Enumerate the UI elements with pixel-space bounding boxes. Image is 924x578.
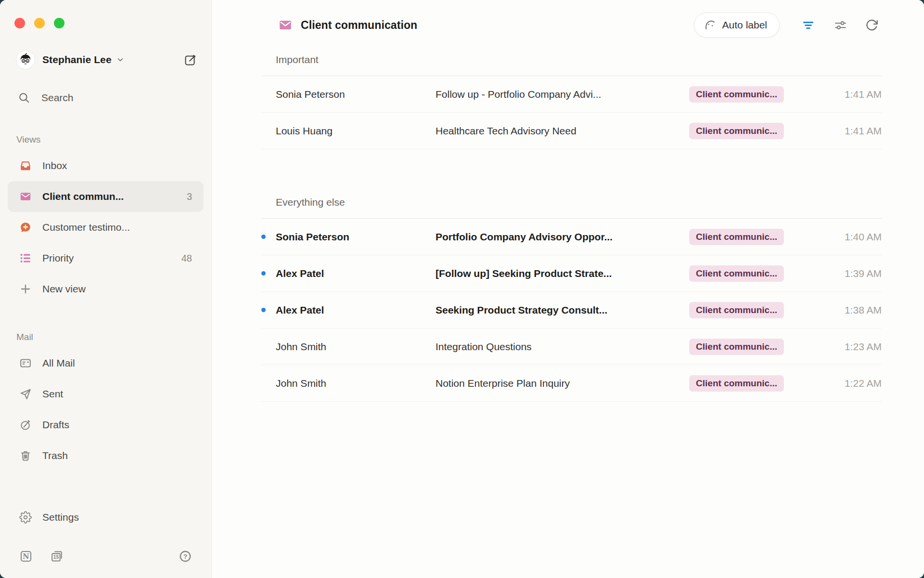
email-label-pill[interactable]: Client communic... (689, 375, 784, 392)
search-icon (18, 92, 30, 104)
sidebar-item-label: All Mail (42, 357, 75, 369)
settings-label: Settings (42, 512, 79, 523)
email-row[interactable]: John Smith Integration Questions Client … (261, 328, 882, 365)
maximize-window-button[interactable] (54, 18, 64, 28)
email-sender: Louis Huang (276, 125, 436, 137)
gear-icon (19, 511, 32, 524)
email-sender: Alex Patel (276, 304, 436, 316)
sidebar-item-label: New view (42, 283, 86, 295)
inbox-icon (19, 159, 32, 172)
header-actions: Auto label (694, 13, 878, 38)
sidebar-nav: Views Inbox Client commun... 3 (8, 129, 204, 471)
auto-label-text: Auto label (722, 19, 767, 31)
refresh-icon[interactable] (865, 19, 878, 32)
email-subject: Healthcare Tech Advisory Need (436, 125, 689, 137)
email-sender: John Smith (276, 378, 436, 389)
app-window: Stephanie Lee Search Views (0, 0, 924, 578)
svg-text:N: N (23, 552, 29, 560)
chevron-down-icon[interactable] (116, 55, 125, 64)
sidebar-item-sent[interactable]: Sent (8, 379, 204, 409)
unread-dot (261, 308, 266, 312)
main-header: Client communication Auto label (212, 0, 924, 50)
email-subject: [Follow up] Seeking Product Strate... (436, 268, 689, 279)
email-label-pill[interactable]: Client communic... (689, 339, 784, 355)
email-label-pill[interactable]: Client communic... (689, 86, 784, 103)
email-label-pill[interactable]: Client communic... (689, 265, 784, 282)
profile-row: Stephanie Lee (16, 48, 197, 71)
email-subject: Follow up - Portfolio Company Advi... (436, 89, 689, 100)
sidebar-item-count: 48 (181, 253, 192, 264)
email-row[interactable]: Alex Patel [Follow up] Seeking Product S… (261, 255, 882, 292)
auto-label-button[interactable]: Auto label (694, 13, 780, 38)
email-sender: Alex Patel (276, 268, 436, 279)
sidebar-item-trash[interactable]: Trash (8, 440, 204, 471)
email-sender: Sonia Peterson (276, 231, 436, 243)
sidebar-item-label: Customer testimo... (42, 222, 130, 233)
search-button[interactable]: Search (18, 87, 74, 109)
email-label-pill[interactable]: Client communic... (689, 229, 784, 245)
help-icon[interactable]: ? (179, 550, 192, 563)
section-important: Important Sonia Peterson Follow up - Por… (261, 50, 882, 149)
sidebar-item-settings[interactable]: Settings (8, 502, 204, 533)
main-panel: Client communication Auto label (212, 0, 924, 578)
email-time: 1:22 AM (784, 378, 882, 389)
sidebar-item-all-mail[interactable]: All Mail (8, 348, 204, 379)
sidebar-item-label: Inbox (42, 160, 67, 171)
email-label-pill[interactable]: Client communic... (689, 302, 784, 318)
email-subject: Integration Questions (436, 341, 689, 353)
page-title: Client communication (301, 19, 417, 32)
sidebar-item-drafts[interactable]: Drafts (8, 409, 204, 440)
sliders-icon[interactable] (834, 19, 847, 32)
section-title: Important (261, 50, 882, 76)
svg-text:15: 15 (53, 554, 59, 560)
email-list: Important Sonia Peterson Follow up - Por… (261, 50, 882, 402)
email-row[interactable]: Louis Huang Healthcare Tech Advisory Nee… (261, 113, 882, 149)
close-window-button[interactable] (14, 18, 25, 28)
sidebar-item-new-view[interactable]: New view (8, 274, 204, 304)
avatar[interactable] (16, 50, 35, 69)
sidebar-item-priority[interactable]: Priority 48 (8, 243, 204, 274)
email-sender: Sonia Peterson (276, 89, 436, 100)
search-label: Search (41, 92, 74, 104)
email-time: 1:23 AM (784, 341, 882, 353)
sidebar-item-label: Drafts (42, 419, 69, 431)
notion-calendar-icon[interactable]: 15 (50, 550, 64, 563)
unread-dot (261, 271, 266, 276)
trash-icon (19, 449, 32, 462)
mail-section-label: Mail (8, 327, 204, 348)
minimize-window-button[interactable] (34, 18, 45, 28)
email-row[interactable]: Sonia Peterson Portfolio Company Advisor… (261, 219, 882, 255)
unread-dot (261, 235, 266, 239)
section-everything-else: Everything else Sonia Peterson Portfolio… (261, 193, 882, 402)
email-row[interactable]: Sonia Peterson Follow up - Portfolio Com… (261, 76, 882, 113)
filter-icon[interactable] (802, 19, 815, 32)
email-row[interactable]: John Smith Notion Enterprise Plan Inquir… (261, 365, 882, 402)
notion-logo-icon[interactable]: N (19, 550, 33, 563)
window-controls (14, 18, 64, 28)
sidebar: Stephanie Lee Search Views (0, 0, 212, 578)
envelope-icon (19, 190, 32, 203)
send-icon (19, 388, 32, 400)
sidebar-item-inbox[interactable]: Inbox (8, 150, 204, 181)
priority-list-icon (19, 252, 32, 264)
section-title: Everything else (261, 193, 882, 219)
sidebar-item-label: Trash (42, 450, 68, 461)
email-sender: John Smith (276, 341, 436, 353)
views-section-label: Views (8, 129, 204, 150)
ai-face-icon (704, 19, 717, 32)
sidebar-item-client-communication[interactable]: Client commun... 3 (8, 181, 204, 212)
email-label-pill[interactable]: Client communic... (689, 123, 784, 139)
email-row[interactable]: Alex Patel Seeking Product Strategy Cons… (261, 292, 882, 328)
drafts-icon (19, 419, 32, 431)
sidebar-item-label: Sent (42, 388, 63, 400)
compose-icon[interactable] (184, 53, 197, 66)
profile-name[interactable]: Stephanie Lee (42, 54, 112, 66)
svg-text:?: ? (183, 553, 187, 560)
sidebar-item-label: Client commun... (42, 191, 124, 202)
email-time: 1:40 AM (784, 231, 882, 243)
email-time: 1:38 AM (784, 304, 882, 316)
all-mail-icon (19, 357, 32, 369)
sidebar-item-customer-testimonials[interactable]: Customer testimo... (8, 212, 204, 243)
plus-icon (19, 283, 32, 295)
email-subject: Seeking Product Strategy Consult... (436, 304, 689, 316)
